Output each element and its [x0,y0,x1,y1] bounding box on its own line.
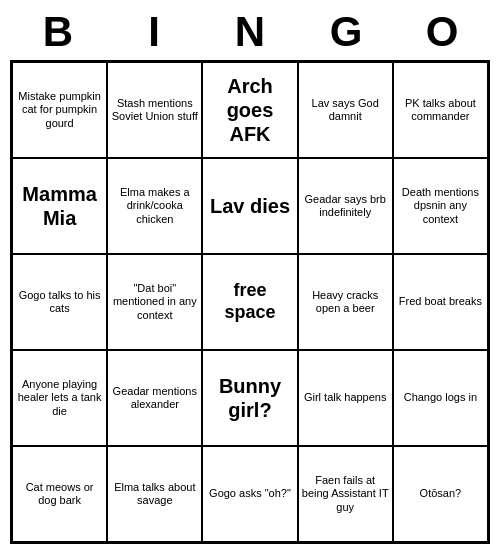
bingo-cell: Girl talk happens [298,350,393,446]
bingo-cell: Anyone playing healer lets a tank die [12,350,107,446]
bingo-cell: Cat meows or dog bark [12,446,107,542]
bingo-cell: Death mentions dpsnin any context [393,158,488,254]
bingo-cell: PK talks about commander [393,62,488,158]
bingo-cell: Geadar mentions alexander [107,350,202,446]
bingo-cell: Lav dies [202,158,297,254]
bingo-cell: Mamma Mia [12,158,107,254]
bingo-cell: Geadar says brb indefinitely [298,158,393,254]
bingo-cell: Lav says God damnit [298,62,393,158]
bingo-cell: Elma talks about savage [107,446,202,542]
bingo-title: BINGO [10,0,490,60]
bingo-cell: Elma makes a drink/cooka chicken [107,158,202,254]
bingo-cell: Bunny girl? [202,350,297,446]
bingo-cell: Faen fails at being Assistant IT guy [298,446,393,542]
bingo-cell: Arch goes AFK [202,62,297,158]
bingo-cell: Gogo asks "oh?" [202,446,297,542]
bingo-cell: free space [202,254,297,350]
bingo-cell: Mistake pumpkin cat for pumpkin gourd [12,62,107,158]
bingo-grid: Mistake pumpkin cat for pumpkin gourdSta… [10,60,490,544]
bingo-cell: Chango logs in [393,350,488,446]
bingo-cell: Stash mentions Soviet Union stuff [107,62,202,158]
bingo-cell: Gogo talks to his cats [12,254,107,350]
bingo-cell: Heavy cracks open a beer [298,254,393,350]
bingo-letter: B [18,8,98,56]
bingo-letter: G [306,8,386,56]
bingo-cell: "Dat boi" mentioned in any context [107,254,202,350]
bingo-cell: Fred boat breaks [393,254,488,350]
bingo-letter: I [114,8,194,56]
bingo-letter: N [210,8,290,56]
bingo-letter: O [402,8,482,56]
bingo-cell: Otōsan? [393,446,488,542]
